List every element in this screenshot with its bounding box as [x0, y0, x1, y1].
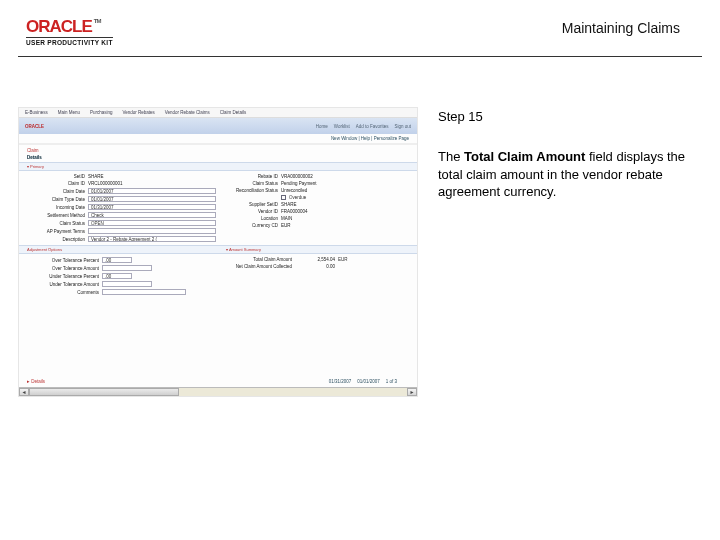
scroll-thumb[interactable]	[29, 388, 179, 396]
field-value: VRA000000002	[281, 174, 409, 179]
field-label: Under Tolerance Percent	[27, 274, 99, 279]
field-label: Vendor ID	[220, 209, 278, 214]
field-value: FRA0000004	[281, 209, 409, 214]
pager-count: 1 of 3	[386, 379, 397, 384]
field-label: Over Tolerance Percent	[27, 258, 99, 263]
date-input[interactable]: 01/01/2007	[88, 196, 216, 202]
date-input[interactable]: 01/31/2007	[88, 204, 216, 210]
field-value: VRCL000000001	[88, 181, 216, 186]
pager-date: 01/01/2007	[357, 379, 380, 384]
crumb: Vendor Rebates	[123, 110, 155, 117]
horizontal-scrollbar[interactable]: ◄ ►	[19, 387, 417, 396]
field-label: Under Tolerance Amount	[27, 282, 99, 287]
field-label: AP Payment Terms	[27, 229, 85, 234]
crumb: Vendor Rebate Claims	[165, 110, 210, 117]
details-heading: Details	[19, 155, 417, 162]
field-label: Claim Type Date	[27, 197, 85, 202]
field-label: Currency CD	[220, 223, 278, 228]
logo-text: ORACLE	[26, 18, 92, 35]
field-value: Unreconciled	[281, 188, 409, 193]
field-label: Settlement Method	[27, 213, 85, 218]
field-label: Claim ID	[27, 181, 85, 186]
select-input[interactable]: Check	[88, 212, 216, 218]
field-label: Incoming Date	[27, 205, 85, 210]
section-details-collapsed[interactable]: ▸ Details	[27, 379, 45, 384]
desc-text: The	[438, 149, 464, 164]
field-label: Description	[27, 237, 85, 242]
field-label: Total Claim Amount	[220, 257, 292, 262]
field-label: Over Tolerance Amount	[27, 266, 99, 271]
screenshot-thumbnail: E-Business Main Menu Purchasing Vendor R…	[18, 107, 418, 397]
field-label: Claim Status	[220, 181, 278, 186]
step-number: Step 15	[438, 109, 702, 124]
field-value: SHARE	[88, 174, 216, 179]
field-label: SetID	[27, 174, 85, 179]
field-label: Net Claim Amount Collected	[220, 264, 292, 269]
app-brand: ORACLE	[25, 124, 44, 129]
field-label: Comments	[27, 290, 99, 295]
page-section-title: Claim	[19, 144, 417, 155]
number-input[interactable]: .00	[102, 257, 132, 263]
logo-subtitle: USER PRODUCTIVITY KIT	[26, 37, 113, 46]
oracle-logo: ORACLE TM	[26, 18, 113, 35]
nav-worklist[interactable]: Worklist	[334, 124, 350, 129]
text-input[interactable]: OPEN	[88, 220, 216, 226]
pager[interactable]: 01/31/2007 01/01/2007 1 of 3	[329, 379, 397, 384]
number-input[interactable]: .00	[102, 273, 132, 279]
topic-title: Maintaining Claims	[562, 20, 680, 36]
logo-tm: TM	[94, 18, 101, 24]
step-description: The Total Claim Amount field displays th…	[438, 148, 702, 201]
crumb: Main Menu	[58, 110, 80, 117]
field-label: Location	[220, 216, 278, 221]
scroll-right-icon[interactable]: ►	[407, 388, 417, 396]
field-label: Supplier SetID	[220, 202, 278, 207]
nav-favorites[interactable]: Add to Favorites	[356, 124, 389, 129]
crumb: Purchasing	[90, 110, 113, 117]
field-label: Claim Date	[27, 189, 85, 194]
field-value: EUR	[281, 223, 409, 228]
field-label: Claim Status	[27, 221, 85, 226]
crumb: Claim Details	[220, 110, 247, 117]
field-value: Pending Payment	[281, 181, 409, 186]
pager-date: 01/31/2007	[329, 379, 352, 384]
comments-input[interactable]	[102, 289, 186, 295]
brand-block: ORACLE TM USER PRODUCTIVITY KIT	[26, 18, 113, 46]
number-input[interactable]	[102, 265, 152, 271]
nav-home[interactable]: Home	[316, 124, 328, 129]
currency-code: EUR	[338, 257, 348, 262]
field-value: SHARE	[281, 202, 409, 207]
section-primary[interactable]: ▾ Primary	[19, 162, 417, 171]
field-value: MAIN	[281, 216, 409, 221]
number-input[interactable]	[102, 281, 152, 287]
field-value: 0.00	[295, 264, 335, 269]
overdue-checkbox[interactable]	[281, 195, 286, 200]
section-adjustment[interactable]: Adjustment Options	[19, 245, 218, 254]
checkbox-label: Overdue	[289, 195, 306, 200]
field-label: Reconciliation Status	[220, 188, 278, 193]
desc-bold: Total Claim Amount	[464, 149, 585, 164]
text-input[interactable]: Vendor 2 - Rebate Agreement 2 (	[88, 236, 216, 242]
section-amount-summary[interactable]: ▾ Amount Summary	[218, 245, 417, 254]
breadcrumb: E-Business Main Menu Purchasing Vendor R…	[19, 108, 417, 118]
field-label: Rebate ID	[220, 174, 278, 179]
crumb: E-Business	[25, 110, 48, 117]
scroll-left-icon[interactable]: ◄	[19, 388, 29, 396]
text-input[interactable]	[88, 228, 216, 234]
nav-signout[interactable]: Sign out	[394, 124, 411, 129]
date-input[interactable]: 01/01/2007	[88, 188, 216, 194]
total-claim-amount-value: 2,554.04	[295, 257, 335, 262]
page-tools[interactable]: New Window | Help | Personalize Page	[19, 134, 417, 144]
